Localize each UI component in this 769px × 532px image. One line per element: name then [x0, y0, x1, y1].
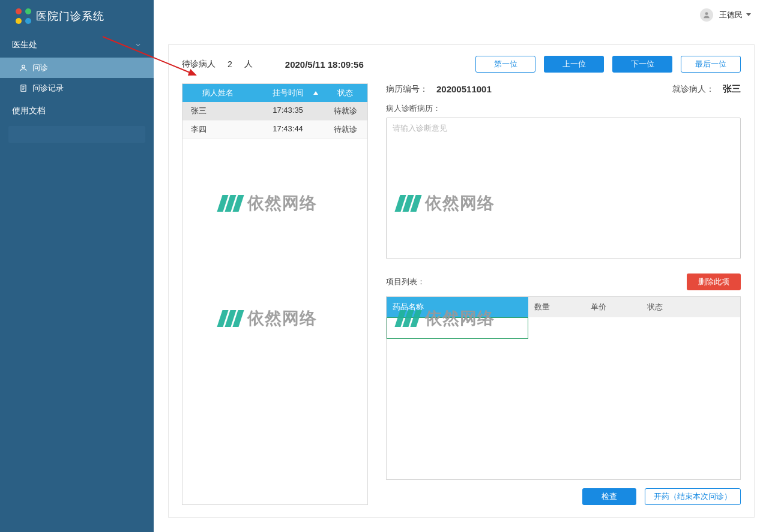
user-icon — [19, 64, 28, 72]
cell-status: 待就诊 — [323, 121, 367, 139]
sidebar: 医院门诊系统 医生处 问诊 问诊记录 使用文档 — [0, 0, 154, 532]
diagnosis-textarea[interactable] — [386, 118, 741, 259]
sidebar-item-label: 使用文档 — [12, 106, 46, 115]
sidebar-section-label: 医生处 — [12, 40, 37, 50]
items-table: 药品名称 数量 单价 状态 — [386, 296, 741, 480]
items-header-row: 项目列表： 删除此项 — [386, 273, 741, 290]
nav-buttons: 第一位 上一位 下一位 最后一位 — [475, 56, 741, 73]
sidebar-placeholder — [8, 126, 145, 143]
patient-name-value: 张三 — [723, 83, 741, 95]
record-no-value: 20200511001 — [436, 84, 492, 94]
sidebar-item-docs[interactable]: 使用文档 — [0, 98, 154, 124]
items-list-label: 项目列表： — [386, 276, 425, 287]
patient-table: 病人姓名 挂号时间 状态 张三 17:43:35 待就诊 — [182, 83, 368, 505]
svg-point-5 — [705, 12, 708, 15]
th-quantity[interactable]: 数量 — [528, 297, 585, 317]
action-row: 待诊病人 2 人 2020/5/11 18:09:56 第一位 上一位 下一位 … — [182, 56, 741, 73]
drug-name-edit-cell[interactable] — [387, 317, 528, 339]
bottom-actions: 检查 开药（结束本次问诊） — [386, 488, 741, 505]
logo-icon — [16, 8, 31, 24]
prev-button[interactable]: 上一位 — [544, 56, 604, 73]
waiting-count: 2 — [228, 59, 232, 69]
main-area: 王德民 待诊病人 2 人 2020/5/11 18:09:56 第一位 上一位 … — [154, 0, 769, 532]
delete-item-button[interactable]: 删除此项 — [687, 273, 741, 290]
record-no-label: 病历编号： — [386, 84, 428, 95]
record-info-row: 病历编号： 20200511001 就诊病人： 张三 — [386, 83, 741, 95]
check-button[interactable]: 检查 — [582, 488, 636, 505]
cell-patient-name: 张三 — [182, 102, 253, 120]
patient-label: 就诊病人： — [672, 84, 714, 95]
svg-point-0 — [22, 65, 25, 68]
th-status[interactable]: 状态 — [323, 84, 367, 102]
current-datetime: 2020/5/11 18:09:56 — [285, 59, 364, 70]
sidebar-item-label: 问诊 — [32, 62, 48, 73]
next-button[interactable]: 下一位 — [612, 56, 672, 73]
th-register-time[interactable]: 挂号时间 — [253, 84, 323, 102]
th-unit-price[interactable]: 单价 — [585, 297, 641, 317]
patient-table-body: 张三 17:43:35 待就诊 李四 17:43:44 待就诊 — [182, 102, 367, 504]
waiting-unit: 人 — [244, 59, 253, 70]
sidebar-item-consult[interactable]: 问诊 — [0, 58, 154, 78]
sidebar-item-consult-records[interactable]: 问诊记录 — [0, 78, 154, 98]
sidebar-item-label: 问诊记录 — [32, 83, 64, 94]
cell-register-time: 17:43:35 — [253, 102, 323, 120]
document-icon — [19, 84, 28, 92]
cell-register-time: 17:43:44 — [253, 121, 323, 139]
last-button[interactable]: 最后一位 — [681, 56, 741, 73]
cell-patient-name: 李四 — [182, 121, 253, 139]
cell-status: 待就诊 — [323, 102, 367, 120]
app-logo-area: 医院门诊系统 — [0, 0, 154, 32]
waiting-label: 待诊病人 — [182, 59, 216, 70]
avatar-icon — [700, 8, 713, 22]
first-button[interactable]: 第一位 — [475, 56, 535, 73]
items-table-body — [387, 317, 740, 479]
table-row[interactable]: 张三 17:43:35 待就诊 — [182, 102, 367, 121]
content-panel: 待诊病人 2 人 2020/5/11 18:09:56 第一位 上一位 下一位 … — [168, 44, 755, 518]
chevron-down-icon — [134, 41, 142, 49]
sort-asc-icon — [313, 91, 318, 95]
record-col: 病历编号： 20200511001 就诊病人： 张三 病人诊断病历： 项目列表： — [386, 83, 741, 505]
prescribe-button[interactable]: 开药（结束本次问诊） — [645, 488, 741, 505]
th-drug-name[interactable]: 药品名称 — [387, 297, 528, 317]
body-row: 病人姓名 挂号时间 状态 张三 17:43:35 待就诊 — [182, 83, 741, 505]
waiting-info: 待诊病人 2 人 2020/5/11 18:09:56 — [182, 59, 364, 70]
app-title: 医院门诊系统 — [36, 9, 104, 23]
patient-table-head: 病人姓名 挂号时间 状态 — [182, 84, 367, 102]
top-bar: 王德民 — [154, 0, 769, 30]
items-table-head: 药品名称 数量 单价 状态 — [387, 297, 740, 317]
th-patient-name[interactable]: 病人姓名 — [182, 84, 253, 102]
sidebar-section-doctor[interactable]: 医生处 — [0, 32, 154, 58]
table-row[interactable]: 李四 17:43:44 待就诊 — [182, 121, 367, 139]
patient-list-col: 病人姓名 挂号时间 状态 张三 17:43:35 待就诊 — [182, 83, 368, 505]
th-item-status[interactable]: 状态 — [641, 297, 740, 317]
user-menu[interactable]: 王德民 — [700, 8, 751, 22]
username: 王德民 — [719, 10, 743, 20]
diagnosis-label: 病人诊断病历： — [386, 103, 741, 114]
caret-down-icon — [746, 13, 751, 16]
